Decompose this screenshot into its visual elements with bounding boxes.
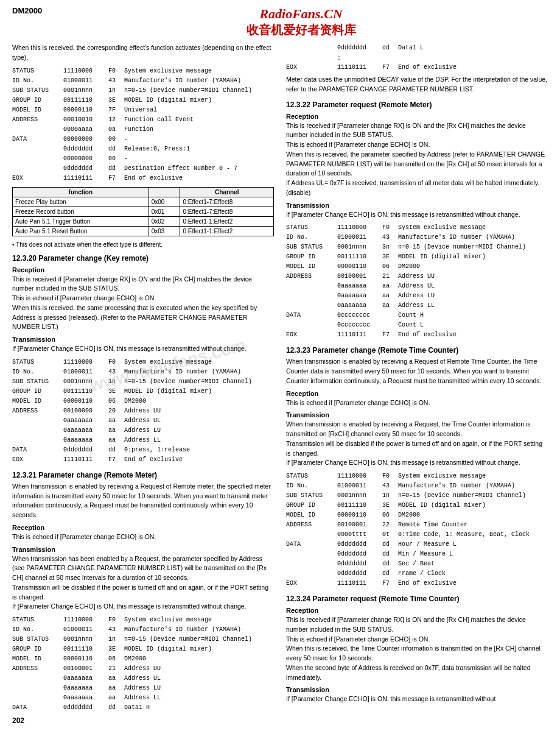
table-row: GROUP ID001111103EMODEL ID (digital mixe… — [12, 387, 274, 397]
transmission-text: If [Parameter Change ECHO] is ON, this m… — [12, 344, 274, 354]
table-row: SUB STATUS0001nnnn1nn=0-15 (Device numbe… — [286, 491, 548, 501]
intro-text: When this is received, the corresponding… — [12, 43, 274, 63]
section-heading-12-3-22: 12.3.22 Parameter request (Remote Meter) — [286, 101, 548, 109]
table-row: GROUP ID 00111110 3E MODEL ID (digital m… — [12, 96, 274, 105]
section-21-intro: When transmission is enabled by receivin… — [12, 482, 274, 520]
table-row: ID No. 01000011 43 Manufacture's ID numb… — [12, 76, 274, 86]
table-row: ID No.0100001143Manufacture's ID number … — [12, 625, 274, 635]
table-row: : — [286, 53, 548, 63]
table-row: 00000000 00 - — [12, 154, 274, 164]
transmission-heading-23: Transmission — [286, 411, 548, 418]
data-table-23: STATUS11110000F0System exclusive message… — [286, 471, 548, 588]
page-number: 202 — [12, 716, 24, 725]
section-23-intro: When transmission is enabled by receivin… — [286, 357, 548, 386]
table-row: SUB STATUS0001nnnn1nn=0-15 (Device numbe… — [12, 377, 274, 387]
transmission-text-24: If [Parameter Change ECHO] is ON, this m… — [286, 694, 548, 704]
table-row: 0dddddddddFrame / Clock — [286, 569, 548, 579]
table-row: 0aaaaaaaaaAddress UL — [286, 281, 548, 291]
table-row: 0ddddddd dd Release:0, Press:1 — [12, 144, 274, 154]
transmission-heading-21: Transmission — [12, 546, 274, 553]
table-row: DATA0ccccccccCount H — [286, 311, 548, 320]
data-table-top-right: 0ddddddd dd Data1 L : EOX 11110111 F7 En… — [286, 43, 548, 72]
reception-text-22: This is received if [Parameter change RX… — [286, 121, 548, 198]
table-row: ADDRESS0010000121Address UU — [12, 664, 274, 674]
logo-en: RadioFans.CN — [54, 6, 548, 22]
table-row: 0aaaaaaaaaAddress LL — [12, 436, 274, 445]
right-column: 0ddddddd dd Data1 L : EOX 11110111 F7 En… — [286, 43, 548, 716]
page: DM2000 RadioFans.CN 收音机爱好者资料库 www.radiof… — [0, 0, 560, 731]
table-row: MODEL ID0000011006DM2000 — [12, 654, 274, 664]
table-row: 0aaaaaaaaaAddress LU — [12, 426, 274, 436]
table-row: ADDRESS0010000020Address UU — [12, 406, 274, 416]
table-row: ADDRESS0010000122Remote Time Counter — [286, 520, 548, 530]
section-12-3-24: 12.3.24 Parameter request (Remote Time C… — [286, 595, 548, 704]
table-row: 0ddddddd dd Data1 L — [286, 43, 548, 53]
table-row: DATA 00000000 00 - — [12, 135, 274, 144]
section-12-3-23: 12.3.23 Parameter change (Remote Time Co… — [286, 346, 548, 588]
reception-heading-22: Reception — [286, 113, 548, 120]
page-header: DM2000 RadioFans.CN 收音机爱好者资料库 — [12, 6, 548, 38]
table-row: 0000tttt0t0:Time Code, 1: Measure, Beat,… — [286, 530, 548, 540]
table-row: DATA0ddddddddd0:press, 1:release — [12, 445, 274, 455]
transmission-heading: Transmission — [12, 336, 274, 343]
table-row: GROUP ID001111103EMODEL ID (digital mixe… — [12, 644, 274, 654]
col-header-code — [149, 187, 180, 197]
table-row: MODEL ID0000011006DM2000 — [286, 262, 548, 272]
function-table: function Channel Freeze Play button 0x00… — [12, 187, 274, 236]
table-row: DATA0dddddddddHour / Measure L — [286, 540, 548, 549]
table-row: STATUS11110000F0System exclusive message — [286, 223, 548, 233]
table-row: ADDRESS 00010010 12 Function call Event — [12, 115, 274, 125]
table-row: 0ccccccccCount L — [286, 320, 548, 330]
table-row: GROUP ID001111103EMODEL ID (digital mixe… — [286, 252, 548, 262]
section-12-3-20: 12.3.20 Parameter change (Key remote) Re… — [12, 254, 274, 465]
table-row: 0aaaaaaaaaAddress LU — [12, 683, 274, 693]
table-row: STATUS 11110000 F0 System exclusive mess… — [12, 66, 274, 76]
section-12-3-22: 12.3.22 Parameter request (Remote Meter)… — [286, 101, 548, 341]
data-table-remote-meter: STATUS11110000F0System exclusive message… — [12, 615, 274, 713]
table-row: DATA0dddddddddData1 H — [12, 703, 274, 713]
table-row: MODEL ID0000011006DM2000 — [286, 510, 548, 520]
table-row: GROUP ID001111103EMODEL ID (digital mixe… — [286, 501, 548, 510]
section-heading-12-3-24: 12.3.24 Parameter request (Remote Time C… — [286, 595, 548, 603]
table-row: ID No.0100001143Manufacture's ID number … — [12, 367, 274, 377]
table-row: EOX11110111F7End of exclusive — [286, 330, 548, 340]
data-table-22: STATUS11110000F0System exclusive message… — [286, 223, 548, 340]
table-row: Auto Pan 5.1 Trigger Button 0x02 0:Effec… — [13, 216, 274, 226]
reception-heading-23: Reception — [286, 390, 548, 397]
table-row: SUB STATUS0001nnnn1nn=0-15 (Device numbe… — [12, 635, 274, 644]
section-12-3-21: 12.3.21 Parameter change (Remote Meter) … — [12, 471, 274, 713]
reception-text: This is received if [Parameter change RX… — [12, 275, 274, 333]
data-table-1: STATUS 11110000 F0 System exclusive mess… — [12, 66, 274, 183]
table-row: Freeze Play button 0x00 0:Effect1-7:Effe… — [13, 197, 274, 207]
transmission-heading-22: Transmission — [286, 202, 548, 209]
transmission-text-22: If [Parameter Change ECHO] is ON, this m… — [286, 210, 548, 220]
section-heading-12-3-23: 12.3.23 Parameter change (Remote Time Co… — [286, 346, 548, 355]
logo-block: RadioFans.CN 收音机爱好者资料库 — [54, 6, 548, 38]
reception-heading-21: Reception — [12, 524, 274, 531]
table-row: 0dddddddddMin / Measure L — [286, 549, 548, 559]
table-row: STATUS11110000F0System exclusive message — [12, 615, 274, 625]
table-row: SUB STATUS 0001nnnn 1n n=0-15 (Device nu… — [12, 86, 274, 96]
meter-note: Meter data uses the unmodified DECAY val… — [286, 75, 548, 94]
note-text: • This does not activate when the effect… — [12, 241, 274, 248]
table-row: STATUS11110000F0System exclusive message — [286, 471, 548, 481]
table-row: MODEL ID0000011006DM2000 — [12, 397, 274, 406]
logo-cn: 收音机爱好者资料库 — [54, 22, 548, 38]
reception-text-21: This is echoed if [Parameter change ECHO… — [12, 532, 274, 542]
table-row: 0aaaaaaaaaAddress UL — [12, 674, 274, 683]
table-row: EOX 11110111 F7 End of exclusive — [12, 174, 274, 183]
left-column: When this is received, the corresponding… — [12, 43, 274, 716]
table-row: Auto Pan 5.1 Reset Button 0x03 0:Effect1… — [13, 226, 274, 236]
reception-heading: Reception — [12, 266, 274, 274]
table-row: STATUS11110000F0System exclusive message — [12, 358, 274, 367]
table-row: 0ddddddd dd Destination Effect Number 0 … — [12, 164, 274, 174]
table-row: EOX11110111F7End of exclusive — [12, 455, 274, 465]
transmission-text-21: When transmission has been enabled by a … — [12, 554, 274, 612]
reception-text-24: This is received if [Parameter change RX… — [286, 615, 548, 682]
section-heading-12-3-21: 12.3.21 Parameter change (Remote Meter) — [12, 471, 274, 479]
col-header-channel: Channel — [180, 187, 274, 197]
table-row: EOX 11110111 F7 End of exclusive — [286, 63, 548, 72]
table-row: SUB STATUS0001nnnn3nn=0-15 (Device numbe… — [286, 242, 548, 252]
table-row: MODEL ID 00000110 7F Universal — [12, 105, 274, 115]
table-row: ID No.0100001143Manufacture's ID number … — [286, 233, 548, 242]
